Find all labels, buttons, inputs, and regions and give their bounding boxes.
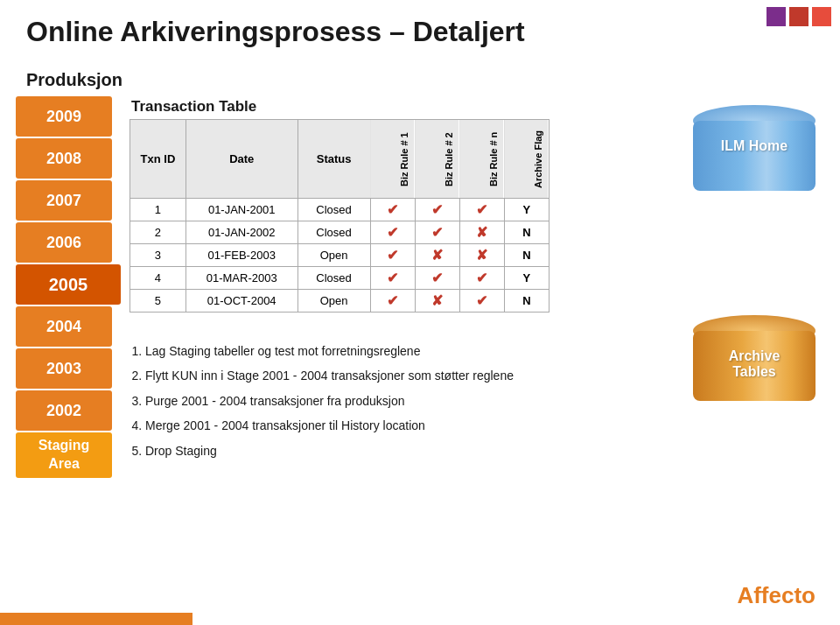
cell-br1: ✔ bbox=[370, 199, 415, 221]
step-5: Drop Staging bbox=[145, 441, 541, 460]
cell-br1: ✔ bbox=[370, 290, 415, 312]
col-header-status: Status bbox=[298, 120, 370, 199]
cell-flag: N bbox=[504, 290, 549, 312]
table-row: 4 01-MAR-2003 Closed ✔ ✔ ✔ Y bbox=[130, 267, 550, 290]
table-row: 5 01-OCT-2004 Open ✔ ✘ ✔ N bbox=[130, 290, 550, 312]
year-2002: 2002 bbox=[16, 390, 112, 431]
transaction-section: Transaction Table Txn ID Date Status Biz… bbox=[130, 98, 550, 312]
cell-date: 01-JAN-2001 bbox=[186, 199, 298, 221]
year-2003: 2003 bbox=[16, 348, 112, 389]
cell-br2: ✘ bbox=[415, 244, 459, 267]
table-title: Transaction Table bbox=[130, 98, 550, 116]
year-2004: 2004 bbox=[16, 306, 112, 347]
cell-br2: ✔ bbox=[415, 267, 459, 290]
cell-flag: N bbox=[504, 221, 549, 244]
ilm-home-cylinder: ILM Home bbox=[693, 105, 816, 193]
cell-id: 1 bbox=[130, 199, 186, 221]
steps-section: Lag Staging tabeller og test mot forretn… bbox=[130, 341, 541, 466]
cylinder-body bbox=[693, 121, 816, 191]
cell-status: Open bbox=[298, 290, 370, 312]
accent-square-1 bbox=[766, 7, 786, 26]
table-row: 1 01-JAN-2001 Closed ✔ ✔ ✔ Y bbox=[130, 199, 550, 221]
staging-area-label: Staging Area bbox=[16, 432, 112, 478]
col-header-biz1: Biz Rule # 1 bbox=[370, 120, 415, 199]
steps-list: Lag Staging tabeller og test mot forretn… bbox=[130, 341, 541, 460]
cell-brn: ✔ bbox=[459, 290, 504, 312]
archive-tables-label: ArchiveTables bbox=[693, 348, 816, 380]
archive-cylinder-shape: ArchiveTables bbox=[693, 315, 816, 403]
step-4: Merge 2001 - 2004 transaksjoner til Hist… bbox=[145, 416, 541, 435]
col-header-bizn: Biz Rule # n bbox=[459, 120, 504, 199]
step-1: Lag Staging tabeller og test mot forretn… bbox=[145, 341, 541, 361]
cell-br2: ✔ bbox=[415, 199, 459, 221]
cell-br1: ✔ bbox=[370, 244, 415, 267]
step-2: Flytt KUN inn i Stage 2001 - 2004 transa… bbox=[145, 366, 541, 385]
cell-flag: N bbox=[504, 244, 549, 267]
year-2007: 2007 bbox=[16, 180, 112, 221]
year-2006: 2006 bbox=[16, 222, 112, 263]
ilm-home-label: ILM Home bbox=[693, 138, 816, 154]
bottom-bar bbox=[0, 613, 192, 625]
col-header-biz2: Biz Rule # 2 bbox=[415, 120, 459, 199]
cell-status: Closed bbox=[298, 267, 370, 290]
cell-date: 01-OCT-2004 bbox=[186, 290, 298, 312]
top-accents bbox=[758, 0, 840, 33]
transaction-table: Txn ID Date Status Biz Rule # 1 Biz Rule… bbox=[130, 119, 550, 312]
cell-flag: Y bbox=[504, 199, 549, 221]
year-2008: 2008 bbox=[16, 138, 112, 179]
table-row: 3 01-FEB-2003 Open ✔ ✘ ✘ N bbox=[130, 244, 550, 267]
year-stack: 2009 2008 2007 2006 2005 2004 2003 2002 … bbox=[16, 96, 121, 480]
main-title: Online Arkiveringsprosess – Detaljert bbox=[26, 16, 525, 48]
cell-flag: Y bbox=[504, 267, 549, 290]
archive-tables-cylinder: ArchiveTables bbox=[693, 315, 816, 403]
cell-id: 3 bbox=[130, 244, 186, 267]
cell-br2: ✘ bbox=[415, 290, 459, 312]
year-2009: 2009 bbox=[16, 96, 112, 137]
cell-status: Open bbox=[298, 244, 370, 267]
col-header-date: Date bbox=[186, 120, 298, 199]
col-header-archive-flag: Archive Flag bbox=[504, 120, 549, 199]
affecto-logo: Affecto bbox=[737, 582, 816, 609]
ilm-cylinder-shape: ILM Home bbox=[693, 105, 816, 193]
cell-brn: ✘ bbox=[459, 244, 504, 267]
cell-br1: ✔ bbox=[370, 267, 415, 290]
cell-id: 5 bbox=[130, 290, 186, 312]
cell-br2: ✔ bbox=[415, 221, 459, 244]
col-header-txnid: Txn ID bbox=[130, 120, 186, 199]
cell-id: 2 bbox=[130, 221, 186, 244]
cell-status: Closed bbox=[298, 221, 370, 244]
table-row: 2 01-JAN-2002 Closed ✔ ✔ ✘ N bbox=[130, 221, 550, 244]
cell-date: 01-JAN-2002 bbox=[186, 221, 298, 244]
year-2005: 2005 bbox=[16, 264, 121, 305]
cell-br1: ✔ bbox=[370, 221, 415, 244]
accent-square-3 bbox=[812, 7, 831, 26]
cell-date: 01-FEB-2003 bbox=[186, 244, 298, 267]
accent-square-2 bbox=[789, 7, 808, 26]
step-3: Purge 2001 - 2004 transaksjoner fra prod… bbox=[145, 391, 541, 411]
cell-brn: ✔ bbox=[459, 267, 504, 290]
cell-brn: ✔ bbox=[459, 199, 504, 221]
cell-date: 01-MAR-2003 bbox=[186, 267, 298, 290]
produksjon-label: Produksjon bbox=[26, 70, 122, 90]
cell-brn: ✘ bbox=[459, 221, 504, 244]
cell-id: 4 bbox=[130, 267, 186, 290]
cell-status: Closed bbox=[298, 199, 370, 221]
